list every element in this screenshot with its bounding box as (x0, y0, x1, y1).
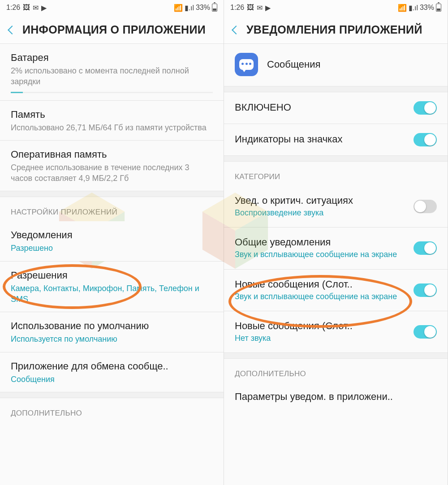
row-general[interactable]: Общие уведомления Звук и всплывающее соо… (224, 227, 448, 269)
status-bar: 1:26 🖼 ✉ ▶ 📶 ▮.ıl 33% (0, 0, 224, 15)
row-sub: Нет звука (235, 333, 405, 343)
toggle-general[interactable] (414, 241, 437, 255)
youtube-icon: ▶ (41, 4, 47, 12)
wifi-icon: 📶 (398, 4, 407, 12)
page-title: ИНФОРМАЦИЯ О ПРИЛОЖЕНИИ (22, 23, 206, 36)
signal-icon: ▮.ıl (409, 4, 418, 12)
row-title: Приложение для обмена сообще.. (11, 361, 213, 372)
battery-pct: 33% (196, 4, 210, 12)
row-badge[interactable]: Индикаторы на значках (224, 124, 448, 155)
section-app-settings: НАСТРОЙКИ ПРИЛОЖЕНИЙ (0, 197, 224, 221)
row-default[interactable]: Использование по умолчанию Используется … (0, 312, 224, 352)
row-sub: Использовано 26,71 МБ/64 Гб из памяти ус… (11, 122, 213, 133)
title-bar: ИНФОРМАЦИЯ О ПРИЛОЖЕНИИ (0, 15, 224, 43)
row-title: Уведомления (11, 229, 213, 241)
row-title: Батарея (11, 52, 213, 64)
row-title: Индикаторы на значках (235, 133, 405, 145)
section-categories: КАТЕГОРИИ (224, 162, 448, 186)
page-title: УВЕДОМЛЕНИЯ ПРИЛОЖЕНИЙ (246, 23, 422, 36)
row-title: Новые сообщения (Слот.. (235, 279, 405, 290)
image-icon: 🖼 (23, 4, 30, 12)
title-bar: УВЕДОМЛЕНИЯ ПРИЛОЖЕНИЙ (224, 15, 448, 43)
row-title: Разрешения (11, 270, 213, 281)
row-title: Параметры уведом. в приложени.. (235, 391, 437, 403)
mail-icon: ✉ (257, 4, 263, 12)
wifi-icon: 📶 (174, 4, 183, 12)
row-notifications[interactable]: Уведомления Разрешено (0, 221, 224, 261)
row-sub: Воспроизведение звука (235, 207, 405, 218)
back-icon[interactable] (8, 26, 17, 34)
toggle-new1[interactable] (414, 283, 437, 297)
row-title: ВКЛЮЧЕНО (235, 102, 405, 113)
app-header: Сообщения (224, 44, 448, 86)
row-title: Использование по умолчанию (11, 320, 213, 332)
row-ram[interactable]: Оперативная память Среднее использование… (0, 141, 224, 191)
mail-icon: ✉ (33, 4, 39, 12)
section-additional: ДОПОЛНИТЕЛЬНО (224, 359, 448, 383)
row-sub: Сообщения (11, 374, 213, 385)
back-icon[interactable] (232, 26, 241, 34)
row-title: Новые сообщения (Слот.. (235, 320, 405, 332)
row-storage[interactable]: Память Использовано 26,71 МБ/64 Гб из па… (0, 101, 224, 140)
row-title: Оперативная память (11, 149, 213, 160)
row-share[interactable]: Приложение для обмена сообще.. Сообщения (0, 352, 224, 392)
chat-bubble-icon (239, 59, 254, 70)
status-time: 1:26 (6, 4, 20, 12)
toggle-badge[interactable] (414, 133, 437, 146)
row-sub: Среднее использование в течение последни… (11, 162, 213, 184)
row-enabled[interactable]: ВКЛЮЧЕНО (224, 92, 448, 124)
row-sub: 2% использовано с момента последней полн… (11, 65, 213, 87)
screen-app-info: 1:26 🖼 ✉ ▶ 📶 ▮.ıl 33% ИНФОРМАЦИЯ О ПРИЛО… (0, 0, 224, 485)
row-title: Память (11, 109, 213, 120)
status-bar: 1:26 🖼 ✉ ▶ 📶 ▮.ıl 33% (224, 0, 448, 15)
youtube-icon: ▶ (265, 4, 271, 12)
row-critical[interactable]: Увед. о критич. ситуациях Воспроизведени… (224, 186, 448, 227)
app-name: Сообщения (267, 59, 320, 70)
row-new-messages-1[interactable]: Новые сообщения (Слот.. Звук и всплывающ… (224, 270, 448, 311)
battery-icon (436, 4, 441, 12)
row-sub: Звук и всплывающее сообщение на экране (235, 291, 405, 302)
section-additional: ДОПОЛНИТЕЛЬНО (0, 398, 224, 422)
row-battery[interactable]: Батарея 2% использовано с момента послед… (0, 44, 224, 100)
row-sub: Разрешено (11, 243, 213, 253)
image-icon: 🖼 (247, 4, 254, 12)
battery-pct: 33% (420, 4, 434, 12)
app-icon (235, 53, 258, 76)
row-new-messages-2[interactable]: Новые сообщения (Слот.. Нет звука (224, 311, 448, 352)
toggle-enabled[interactable] (414, 101, 437, 115)
battery-progress (11, 92, 213, 93)
row-sub: Звук и всплывающее сообщение на экране (235, 249, 405, 260)
screen-notification-settings: 1:26 🖼 ✉ ▶ 📶 ▮.ıl 33% УВЕДОМЛЕНИЯ ПРИЛОЖ… (224, 0, 448, 485)
signal-icon: ▮.ıl (185, 4, 194, 12)
status-time: 1:26 (230, 4, 244, 12)
row-sub: Используется по умолчанию (11, 334, 213, 344)
row-app-notification-params[interactable]: Параметры уведом. в приложени.. (224, 383, 448, 412)
battery-icon (212, 4, 217, 12)
row-permissions[interactable]: Разрешения Камера, Контакты, Микрофон, П… (0, 262, 224, 312)
toggle-new2[interactable] (414, 325, 437, 339)
row-title: Увед. о критич. ситуациях (235, 195, 405, 206)
toggle-critical[interactable] (414, 200, 437, 213)
row-title: Общие уведомления (235, 236, 405, 248)
row-sub: Камера, Контакты, Микрофон, Память, Теле… (11, 283, 213, 305)
